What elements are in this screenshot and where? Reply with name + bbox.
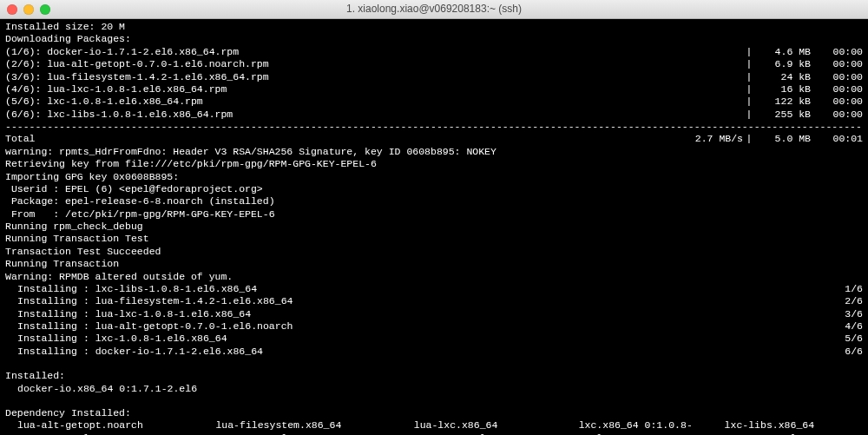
installed-pkg: docker-io.x86_64 0:1.7.1-2.el6	[5, 383, 863, 395]
msg-line: Importing GPG key 0x0608B895:	[5, 171, 863, 183]
install-pkg: Installing : lua-filesystem-1.4.2-1.el6.…	[5, 295, 845, 307]
msg-line: Package: epel-release-6-8.noarch (instal…	[5, 195, 863, 208]
install-pkg: Installing : lxc-1.0.8-1.el6.x86_64	[5, 333, 845, 345]
msg-line: Running Transaction	[5, 258, 863, 270]
window-title: 1. xiaolong.xiao@v069208183:~ (ssh)	[0, 3, 868, 16]
dep-item: lua-lxc.x86_64 0:1.0.8-1.el6	[414, 419, 548, 435]
msg-line: Running Transaction Test	[5, 233, 863, 245]
install-count: 6/6	[845, 346, 863, 358]
pipe-separator: |	[743, 58, 755, 70]
install-pkg: Installing : lua-lxc-1.0.8-1.el6.x86_64	[5, 308, 845, 320]
pipe-separator: |	[743, 109, 755, 121]
install-count: 4/6	[845, 320, 863, 333]
download-size: 255 kB	[755, 109, 814, 121]
download-row: (4/6): lua-lxc-1.0.8-1.el6.x86_64.rpm | …	[5, 83, 863, 96]
install-pkg: Installing : lxc-libs-1.0.8-1.el6.x86_64	[5, 283, 845, 295]
msg-line: Userid : EPEL (6) <epel@fedoraproject.or…	[5, 183, 863, 195]
install-pkg: Installing : lua-alt-getopt-0.7.0-1.el6.…	[5, 320, 845, 333]
download-time: 00:00	[814, 58, 863, 70]
msg-line: warning: rpmts_HdrFromFdno: Header V3 RS…	[5, 146, 863, 158]
msg-line: Running rpm_check_debug	[5, 221, 863, 233]
blank-line	[5, 395, 863, 407]
downloading-line: Downloading Packages:	[5, 33, 863, 45]
download-time: 00:00	[814, 46, 863, 58]
dep-item: lxc.x86_64 0:1.0.8-1.el6	[579, 419, 694, 435]
download-label: (1/6): docker-io-1.7.1-2.el6.x86_64.rpm	[5, 46, 743, 58]
install-row: Installing : lxc-libs-1.0.8-1.el6.x86_64…	[5, 283, 863, 295]
total-label: Total	[5, 133, 695, 145]
install-count: 2/6	[845, 295, 863, 307]
install-count: 3/6	[845, 308, 863, 320]
download-row: (2/6): lua-alt-getopt-0.7.0-1.el6.noarch…	[5, 58, 863, 70]
blank-line	[5, 358, 863, 370]
installed-size-line: Installed size: 20 M	[5, 21, 863, 33]
download-time: 00:00	[814, 83, 863, 96]
installed-header: Installed:	[5, 370, 863, 382]
total-time: 00:01	[814, 133, 863, 145]
pipe-separator: |	[743, 83, 755, 96]
download-label: (6/6): lxc-libs-1.0.8-1.el6.x86_64.rpm	[5, 109, 743, 121]
msg-line: From : /etc/pki/rpm-gpg/RPM-GPG-KEY-EPEL…	[5, 208, 863, 221]
dep-item: lua-alt-getopt.noarch 0:0.7.0-1.el6	[17, 419, 184, 435]
download-time: 00:00	[814, 71, 863, 83]
pipe-separator: |	[743, 133, 755, 145]
install-row: Installing : lxc-1.0.8-1.el6.x86_64 5/6	[5, 333, 863, 345]
pipe-separator: |	[743, 46, 755, 58]
install-count: 1/6	[845, 283, 863, 295]
deps-list: lua-alt-getopt.noarch 0:0.7.0-1.el6 lua-…	[5, 419, 863, 435]
total-size: 5.0 MB	[755, 133, 814, 145]
download-label: (4/6): lua-lxc-1.0.8-1.el6.x86_64.rpm	[5, 83, 743, 96]
dep-item: lxc-libs.x86_64 0:1.0.8-1.el6	[725, 419, 863, 435]
terminal[interactable]: Installed size: 20 M Downloading Package…	[0, 19, 868, 435]
deps-header: Dependency Installed:	[5, 407, 863, 419]
install-row: Installing : lua-alt-getopt-0.7.0-1.el6.…	[5, 320, 863, 333]
install-pkg: Installing : docker-io-1.7.1-2.el6.x86_6…	[5, 346, 845, 358]
total-rate: 2.7 MB/s	[695, 133, 743, 145]
window-titlebar: 1. xiaolong.xiao@v069208183:~ (ssh)	[0, 0, 868, 19]
download-size: 4.6 MB	[755, 46, 814, 58]
download-row: (6/6): lxc-libs-1.0.8-1.el6.x86_64.rpm |…	[5, 109, 863, 121]
download-size: 122 kB	[755, 96, 814, 108]
download-size: 6.9 kB	[755, 58, 814, 70]
download-row: (1/6): docker-io-1.7.1-2.el6.x86_64.rpm …	[5, 46, 863, 58]
download-label: (2/6): lua-alt-getopt-0.7.0-1.el6.noarch…	[5, 58, 743, 70]
download-label: (5/6): lxc-1.0.8-1.el6.x86_64.rpm	[5, 96, 743, 108]
download-row: (5/6): lxc-1.0.8-1.el6.x86_64.rpm | 122 …	[5, 96, 863, 108]
download-size: 16 kB	[755, 83, 814, 96]
download-time: 00:00	[814, 96, 863, 108]
install-row: Installing : docker-io-1.7.1-2.el6.x86_6…	[5, 346, 863, 358]
total-row: Total 2.7 MB/s | 5.0 MB 00:01	[5, 133, 863, 145]
install-row: Installing : lua-filesystem-1.4.2-1.el6.…	[5, 295, 863, 307]
msg-line: Warning: RPMDB altered outside of yum.	[5, 271, 863, 283]
msg-line: Transaction Test Succeeded	[5, 246, 863, 258]
msg-line: Retrieving key from file:///etc/pki/rpm-…	[5, 158, 863, 170]
pipe-separator: |	[743, 96, 755, 108]
download-row: (3/6): lua-filesystem-1.4.2-1.el6.x86_64…	[5, 71, 863, 83]
install-count: 5/6	[845, 333, 863, 345]
pipe-separator: |	[743, 71, 755, 83]
download-label: (3/6): lua-filesystem-1.4.2-1.el6.x86_64…	[5, 71, 743, 83]
download-size: 24 kB	[755, 71, 814, 83]
divider: ----------------------------------------…	[5, 121, 863, 133]
install-row: Installing : lua-lxc-1.0.8-1.el6.x86_64 …	[5, 308, 863, 320]
download-time: 00:00	[814, 109, 863, 121]
dep-item: lua-filesystem.x86_64 0:1.4.2-1.el6	[215, 419, 382, 435]
